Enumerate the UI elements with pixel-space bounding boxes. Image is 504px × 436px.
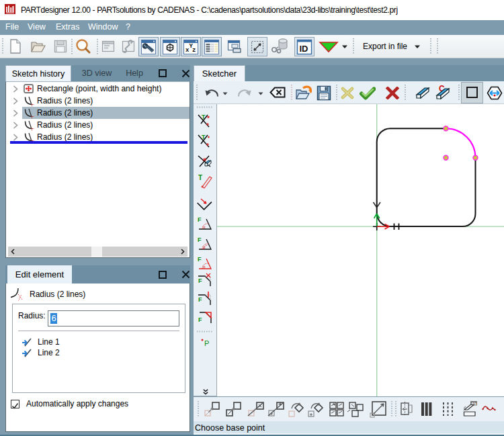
svg-text:α: α xyxy=(203,265,206,269)
svg-text:F: F xyxy=(198,216,202,223)
svg-text:ID: ID xyxy=(300,44,308,54)
svg-text:F: F xyxy=(198,296,202,303)
svg-text:F: F xyxy=(198,236,202,243)
svg-text:F: F xyxy=(198,277,202,284)
svg-text:T: T xyxy=(202,134,206,140)
svg-text:P: P xyxy=(204,339,209,347)
svg-text:T: T xyxy=(202,114,206,120)
svg-text:α: α xyxy=(203,245,206,249)
svg-text:F: F xyxy=(198,316,202,323)
svg-text:z: z xyxy=(192,47,196,54)
svg-text:α: α xyxy=(203,225,206,229)
svg-text:T: T xyxy=(198,174,202,181)
svg-text:F: F xyxy=(198,256,202,263)
